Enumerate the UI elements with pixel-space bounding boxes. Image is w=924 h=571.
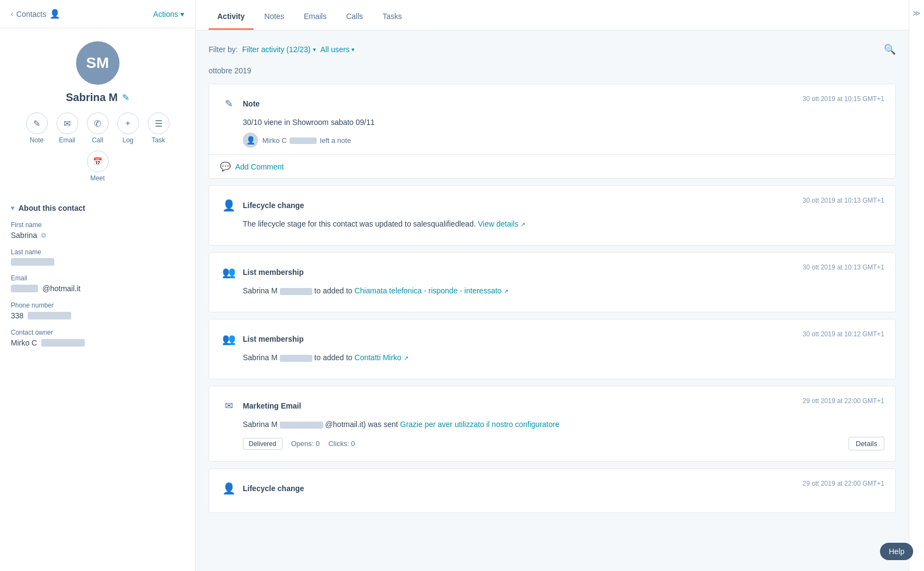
person-icon: 👤 [49,9,60,19]
last-name-blurred [11,258,54,266]
first-name-field: First name Sabrina ⧉ [11,221,184,240]
log-button[interactable]: + Log [117,112,139,144]
lifecycle-card-title-1: Lifecycle change [243,201,304,210]
filter-chevron-icon: ▾ [313,46,316,53]
note-card-title: Note [243,99,260,108]
owner-prefix: Mirko C [11,338,37,347]
lifecycle-card-timestamp-1: 30 ott 2019 at 10:13 GMT+1 [803,197,884,204]
activity-card-email: ✉ Marketing Email 29 ott 2019 at 22:00 G… [209,386,896,462]
list-card-icon-2: 👥 [220,330,237,348]
email-subject-link[interactable]: Grazie per aver utilizzato il nostro con… [400,420,560,429]
section-title: About this contact [18,204,85,212]
details-button[interactable]: Details [848,437,884,450]
search-button[interactable]: 🔍 [884,43,896,55]
tab-emails[interactable]: Emails [295,3,335,30]
list-link-2[interactable]: Contatti Mirko [355,353,401,362]
all-users-button[interactable]: All users ▾ [320,45,355,54]
activity-card-lifecycle-2: 👤 Lifecycle change 29 ott 2019 at 22:00 … [209,468,896,513]
actions-dropdown[interactable]: Actions ▾ [153,10,184,18]
email-blurred-prefix [11,285,38,292]
activity-card-lifecycle-1: 👤 Lifecycle change 30 ott 2019 at 10:13 … [209,185,896,246]
phone-field: Phone number 338 [11,302,184,320]
add-comment-row: 💬 Add Comment [209,154,895,178]
external-link-icon-2: ↗ [504,288,508,294]
collapse-icon[interactable]: ≫ [913,9,921,17]
back-to-contacts[interactable]: ‹ Contacts 👤 [11,9,60,19]
actions-chevron-icon: ▾ [180,10,184,18]
right-panel: ≫ [909,0,924,571]
copy-icon[interactable]: ⧉ [41,231,46,239]
phone-prefix: 338 [11,311,23,320]
user-note-text: Mirko C left a note [262,136,351,145]
note-card-timestamp: 30 ott 2019 at 10:15 GMT+1 [803,95,884,103]
edit-icon[interactable]: ✎ [122,92,129,103]
user-name-blurred [290,137,317,144]
email-stats: Delivered Opens: 0 Clicks: 0 Details [243,437,884,450]
lifecycle-card-icon-2: 👤 [220,480,237,497]
add-comment-button[interactable]: Add Comment [235,162,284,171]
comment-icon: 💬 [220,161,231,172]
lifecycle-view-details-link[interactable]: View details [478,219,518,228]
lifecycle-card-body-1: The lifecycle stage for this contact was… [243,218,884,230]
first-name-value: Sabrina [11,231,37,240]
about-contact-section[interactable]: ▾ About this contact [11,204,184,212]
users-chevron-icon: ▾ [351,46,355,53]
email-button[interactable]: ✉ Email [56,112,78,144]
list-link-1[interactable]: Chiamata telefonica - risponde - interes… [355,286,502,295]
clicks-stat: Clicks: 0 [328,440,355,448]
avatar: SM [76,41,120,85]
external-link-icon-3: ↗ [404,355,408,361]
email-card-title: Marketing Email [243,401,301,410]
tabs-bar: Activity Notes Emails Calls Tasks [196,0,909,30]
month-label: ottobre 2019 [209,66,896,75]
tab-notes[interactable]: Notes [256,3,293,30]
email-card-icon: ✉ [220,397,237,415]
phone-blurred-suffix [28,312,71,319]
list-card-icon-1: 👥 [220,263,237,281]
contacts-label: Contacts [16,10,46,18]
activity-card-list-2: 👥 List membership 30 ott 2019 at 10:12 G… [209,319,896,379]
owner-blurred-suffix [41,339,85,347]
task-button[interactable]: ☰ Task [148,112,169,144]
lifecycle-card-icon-1: 👤 [220,197,237,214]
activity-card-list-1: 👥 List membership 30 ott 2019 at 10:13 G… [209,252,896,312]
filter-by-label: Filter by: [209,45,238,54]
tab-tasks[interactable]: Tasks [374,3,411,30]
list-card-title-1: List membership [243,268,304,277]
tab-calls[interactable]: Calls [337,3,372,30]
note-button[interactable]: ✎ Note [26,112,48,144]
list-card-title-2: List membership [243,335,304,343]
lifecycle-card-timestamp-2: 29 ott 2019 at 22:00 GMT+1 [803,480,884,487]
external-link-icon: ↗ [520,221,525,228]
list-card-timestamp-2: 30 ott 2019 at 10:12 GMT+1 [803,330,884,338]
meet-button[interactable]: 📅 Meet [87,150,109,182]
back-chevron-icon: ‹ [11,10,13,18]
contact-name: Sabrina M [66,91,118,104]
tab-activity[interactable]: Activity [209,3,254,30]
call-button[interactable]: ✆ Call [87,112,109,144]
delivered-badge: Delivered [243,438,282,450]
email-card-timestamp: 29 ott 2019 at 22:00 GMT+1 [803,397,884,405]
last-name-field: Last name [11,248,184,266]
list-card-timestamp-1: 30 ott 2019 at 10:13 GMT+1 [803,263,884,271]
email-card-body: Sabrina M @hotmail.it) was sent Grazie p… [243,419,884,430]
list-card-body-1: Sabrina M to added to Chiamata telefonic… [243,285,884,297]
help-button[interactable]: Help [880,543,913,560]
note-card-body: 30/10 viene in Showroom sabato 09/11 [243,117,884,128]
section-chevron-icon: ▾ [11,204,14,212]
lifecycle-card-title-2: Lifecycle change [243,484,304,493]
filter-activity-button[interactable]: Filter activity (12/23) ▾ [242,45,316,54]
user-avatar-small: 👤 [243,133,258,148]
activity-card-note: ✎ Note 30 ott 2019 at 10:15 GMT+1 30/10 … [209,84,896,179]
list-name-blurred-1 [280,288,312,295]
opens-stat: Opens: 0 [291,440,320,448]
filter-bar: Filter by: Filter activity (12/23) ▾ All… [209,43,896,55]
note-card-icon: ✎ [220,95,237,112]
activity-area: Filter by: Filter activity (12/23) ▾ All… [196,30,909,571]
email-name-blurred [280,422,323,429]
email-field: Email @hotmail.it [11,274,184,293]
owner-field: Contact owner Mirko C [11,329,184,347]
email-suffix: @hotmail.it [42,284,80,293]
list-name-blurred-2 [280,355,312,362]
actions-label: Actions [153,10,178,18]
